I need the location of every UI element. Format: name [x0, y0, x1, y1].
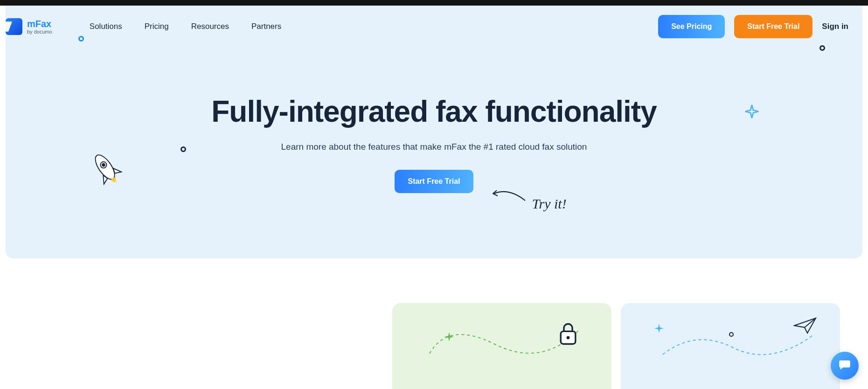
svg-point-4: [567, 336, 570, 340]
hero-section: mFax by documo Solutions Pricing Resourc…: [6, 6, 862, 258]
nav-actions: See Pricing Start Free Trial Sign in: [658, 15, 848, 38]
nav-link-resources[interactable]: Resources: [191, 22, 229, 31]
sparkle-icon: [444, 331, 455, 344]
hero-content: Fully-integrated fax functionality Learn…: [6, 48, 862, 193]
hero-title: Fully-integrated fax functionality: [6, 94, 862, 129]
tryit-text: Try it!: [532, 196, 567, 212]
sign-in-link[interactable]: Sign in: [822, 22, 848, 31]
logo-mark-icon: [6, 18, 22, 35]
logo-brand: mFax: [27, 19, 52, 28]
decorative-circle-icon: [78, 36, 84, 42]
arrow-icon: [490, 187, 528, 207]
dashed-path-icon: [658, 326, 817, 364]
navbar: mFax by documo Solutions Pricing Resourc…: [6, 6, 862, 48]
decorative-circle-icon: [729, 332, 734, 337]
chat-icon: [838, 358, 851, 373]
start-trial-button[interactable]: Start Free Trial: [734, 15, 812, 38]
feature-cards: [0, 258, 868, 389]
paper-plane-icon: [793, 316, 817, 337]
chat-widget-button[interactable]: [831, 352, 859, 380]
nav-link-solutions[interactable]: Solutions: [90, 22, 122, 31]
logo[interactable]: mFax by documo: [6, 18, 52, 35]
logo-subtext: by documo: [27, 29, 52, 35]
see-pricing-button[interactable]: See Pricing: [658, 15, 725, 38]
tryit-callout: Try it!: [490, 188, 567, 212]
feature-card-security[interactable]: [392, 303, 611, 389]
feature-card-send[interactable]: [621, 303, 840, 389]
nav-link-pricing[interactable]: Pricing: [145, 22, 169, 31]
lock-icon: [557, 322, 579, 348]
hero-start-trial-button[interactable]: Start Free Trial: [395, 170, 473, 193]
nav-link-partners[interactable]: Partners: [251, 22, 281, 31]
top-bar: [0, 0, 868, 6]
sparkle-icon: [653, 323, 665, 336]
nav-links: Solutions Pricing Resources Partners: [90, 22, 281, 31]
hero-subtitle: Learn more about the features that make …: [6, 142, 862, 152]
